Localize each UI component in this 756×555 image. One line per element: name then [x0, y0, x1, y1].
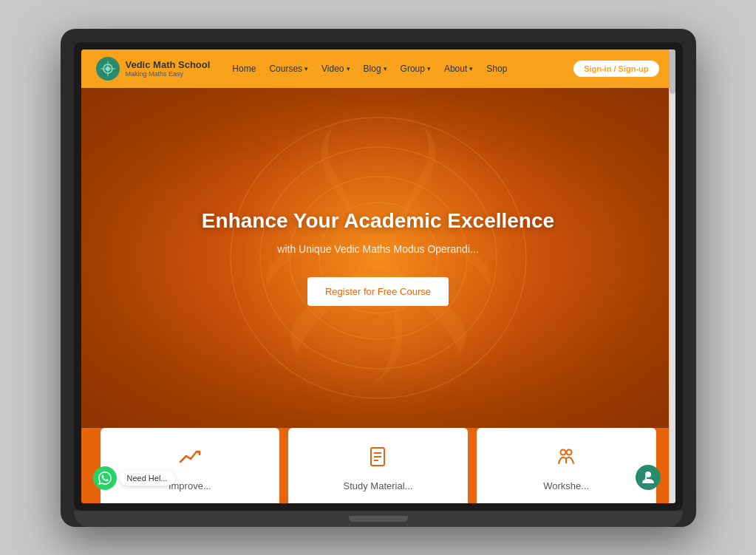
avatar-icon	[639, 469, 657, 486]
group-chevron: ▾	[427, 65, 431, 72]
svg-rect-18	[645, 477, 647, 480]
card-study[interactable]: Study Material...	[288, 428, 468, 503]
card-improve-icon	[179, 446, 201, 473]
svg-point-17	[645, 471, 651, 477]
hero-cta-button[interactable]: Register for Free Course	[307, 277, 449, 306]
svg-point-14	[561, 449, 566, 454]
nav-shop[interactable]: Shop	[482, 61, 511, 77]
courses-chevron: ▾	[304, 65, 308, 72]
scrollbar-thumb[interactable]	[670, 50, 675, 94]
scrollbar-track[interactable]	[670, 50, 675, 503]
nav-about[interactable]: About ▾	[440, 61, 477, 77]
logo-text-area: Vedic Math School Making Maths Easy	[126, 59, 211, 78]
card-study-icon	[367, 446, 389, 473]
hero-section: Enhance Your Academic Excellence with Un…	[81, 88, 675, 428]
card-workshop-icon	[555, 446, 577, 473]
nav-home[interactable]: Home	[228, 61, 260, 77]
nav-group[interactable]: Group ▾	[396, 61, 435, 77]
svg-point-15	[567, 449, 572, 454]
nav-blog[interactable]: Blog ▾	[359, 61, 392, 77]
laptop-notch	[349, 516, 408, 522]
cards-section: Improve... Study Material...	[81, 428, 675, 503]
video-chevron: ▾	[347, 65, 350, 72]
whatsapp-icon	[93, 466, 117, 490]
nav-video[interactable]: Video ▾	[317, 61, 354, 77]
laptop-base	[74, 511, 683, 527]
signin-button[interactable]: Sign-in / Sign-up	[572, 59, 660, 78]
logo-subtitle: Making Maths Easy	[126, 70, 211, 78]
whatsapp-bubble: Need Hel...	[120, 471, 175, 486]
blog-chevron: ▾	[384, 65, 387, 72]
card-study-label: Study Material...	[344, 480, 413, 491]
hero-title: Enhance Your Academic Excellence	[202, 209, 554, 233]
whatsapp-chat[interactable]: Need Hel...	[93, 466, 175, 490]
card-improve[interactable]: Improve...	[101, 428, 280, 503]
screen: Vedic Math School Making Maths Easy Home…	[81, 50, 675, 503]
laptop: Vedic Math School Making Maths Easy Home…	[61, 29, 696, 527]
nav-courses[interactable]: Courses ▾	[265, 61, 313, 77]
hero-subtitle: with Unique Vedic Maths Modus Operandi..…	[202, 243, 554, 255]
navbar: Vedic Math School Making Maths Easy Home…	[81, 50, 675, 88]
logo-area[interactable]: Vedic Math School Making Maths Easy	[96, 57, 211, 81]
about-chevron: ▾	[469, 65, 473, 72]
hero-content: Enhance Your Academic Excellence with Un…	[187, 194, 569, 321]
card-workshop-label: Workshe...	[543, 480, 589, 491]
nav-links: Home Courses ▾ Video ▾ Blog ▾ Group ▾ Ab…	[228, 61, 572, 77]
card-workshop[interactable]: Workshe...	[477, 428, 656, 503]
user-avatar[interactable]	[636, 465, 661, 490]
card-improve-label: Improve...	[168, 480, 211, 491]
logo-title: Vedic Math School	[126, 59, 211, 71]
screen-bezel: Vedic Math School Making Maths Easy Home…	[74, 42, 683, 511]
logo-icon	[96, 57, 120, 81]
